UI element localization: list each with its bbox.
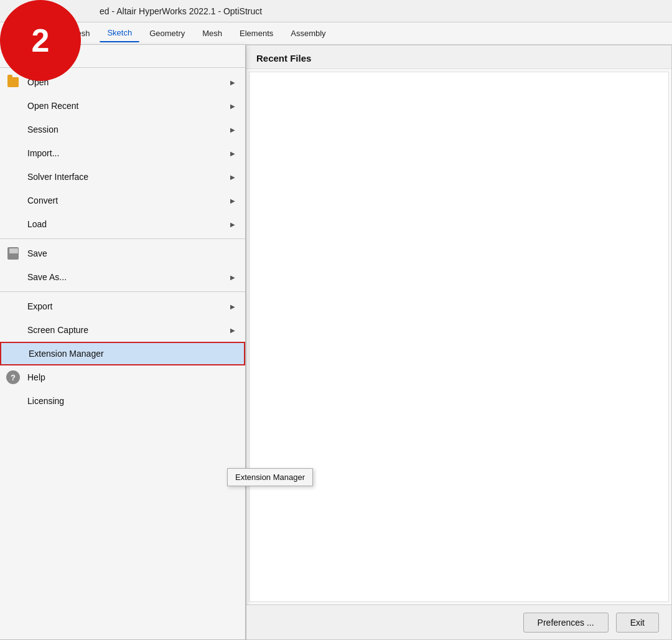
menu-open-label: Open <box>27 77 230 87</box>
menu-extension-manager[interactable]: Extension Manager <box>0 342 245 365</box>
help-icon: ? <box>7 370 22 384</box>
menu-export[interactable]: Export ▶ <box>0 294 245 318</box>
menu-item-sketch[interactable]: Sketch <box>100 24 139 42</box>
menu-item-elements[interactable]: Elements <box>232 25 281 42</box>
solver-arrow: ▶ <box>230 174 235 181</box>
session-arrow: ▶ <box>230 126 235 133</box>
menu-item-assembly[interactable]: Assembly <box>283 25 333 42</box>
convert-arrow: ▶ <box>230 197 235 204</box>
open-recent-arrow: ▶ <box>230 103 235 110</box>
menu-screen-capture[interactable]: Screen Capture ▶ <box>0 318 245 342</box>
title-text: ed - Altair HyperWorks 2022.1 - OptiStru… <box>100 6 262 16</box>
menu-load-label: Load <box>27 219 230 229</box>
menu-open-recent-label: Open Recent <box>27 101 230 111</box>
menu-help-label: Help <box>27 372 235 382</box>
menu-session[interactable]: Session ▶ <box>0 118 245 141</box>
menu-screen-capture-label: Screen Capture <box>27 325 230 335</box>
menu-import[interactable]: Import... ▶ <box>0 141 245 165</box>
folder-icon <box>7 77 22 87</box>
menu-bar: View HyperMesh Sketch Geometry Mesh Elem… <box>0 22 672 45</box>
menu-extension-manager-label: Extension Manager <box>29 349 234 359</box>
step-badge: 2 <box>0 0 81 81</box>
disk-icon <box>7 247 22 260</box>
recent-files-header: Recent Files <box>246 45 671 69</box>
divider-2 <box>0 238 245 239</box>
menu-item-mesh[interactable]: Mesh <box>195 25 230 42</box>
dropdown-panel: New Open ▶ Open Recent ▶ Session ▶ Impor… <box>0 45 246 640</box>
import-arrow: ▶ <box>230 150 235 157</box>
divider-3 <box>0 291 245 292</box>
screen-capture-arrow: ▶ <box>230 327 235 334</box>
menu-load[interactable]: Load ▶ <box>0 212 245 236</box>
menu-open-recent[interactable]: Open Recent ▶ <box>0 94 245 118</box>
menu-item-geometry[interactable]: Geometry <box>142 25 192 42</box>
menu-convert-label: Convert <box>27 195 230 205</box>
menu-export-label: Export <box>27 301 230 311</box>
menu-session-label: Session <box>27 125 230 134</box>
menu-licensing[interactable]: Licensing <box>0 389 245 413</box>
exit-button[interactable]: Exit <box>616 613 659 633</box>
export-arrow: ▶ <box>230 303 235 310</box>
menu-help[interactable]: ? Help <box>0 365 245 389</box>
menu-import-label: Import... <box>27 148 230 158</box>
recent-files-content <box>249 72 669 602</box>
menu-save-as-label: Save As... <box>27 272 230 282</box>
load-arrow: ▶ <box>230 221 235 228</box>
menu-licensing-label: Licensing <box>27 396 235 406</box>
menu-save-label: Save <box>27 248 235 258</box>
menu-convert[interactable]: Convert ▶ <box>0 189 245 212</box>
menu-solver-interface[interactable]: Solver Interface ▶ <box>0 165 245 189</box>
preferences-button[interactable]: Preferences ... <box>523 613 609 633</box>
bottom-bar: Preferences ... Exit <box>246 605 671 639</box>
menu-save[interactable]: Save <box>0 242 245 265</box>
main-content: New Open ▶ Open Recent ▶ Session ▶ Impor… <box>0 45 672 640</box>
open-arrow: ▶ <box>230 79 235 86</box>
right-panel: Recent Files Preferences ... Exit <box>246 45 672 640</box>
title-bar: ed - Altair HyperWorks 2022.1 - OptiStru… <box>0 0 672 22</box>
save-as-arrow: ▶ <box>230 274 235 281</box>
extension-manager-tooltip: Extension Manager <box>227 468 313 486</box>
menu-solver-label: Solver Interface <box>27 172 230 182</box>
menu-save-as[interactable]: Save As... ▶ <box>0 265 245 289</box>
